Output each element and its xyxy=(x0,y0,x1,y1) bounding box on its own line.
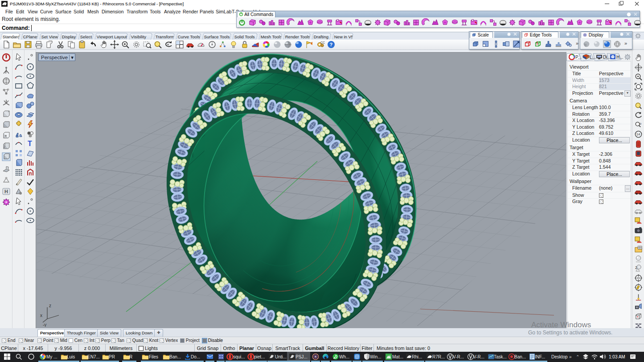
svg-text:14: 14 xyxy=(636,132,640,136)
svg-text:H...: H... xyxy=(616,55,623,60)
svg-text:-y: -y xyxy=(43,322,46,327)
svg-text:x: x xyxy=(40,313,42,318)
svg-text:CC: CC xyxy=(320,41,325,44)
svg-text:o: o xyxy=(640,122,641,125)
svg-text:Di...: Di... xyxy=(603,55,611,60)
svg-text:L...: L... xyxy=(590,55,596,60)
svg-text:?: ? xyxy=(330,42,333,47)
svg-text:P...: P... xyxy=(575,55,582,60)
svg-text:T: T xyxy=(28,140,32,147)
svg-text:H: H xyxy=(4,189,8,194)
svg-text:?: ? xyxy=(612,55,614,59)
svg-text:z: z xyxy=(49,303,51,308)
